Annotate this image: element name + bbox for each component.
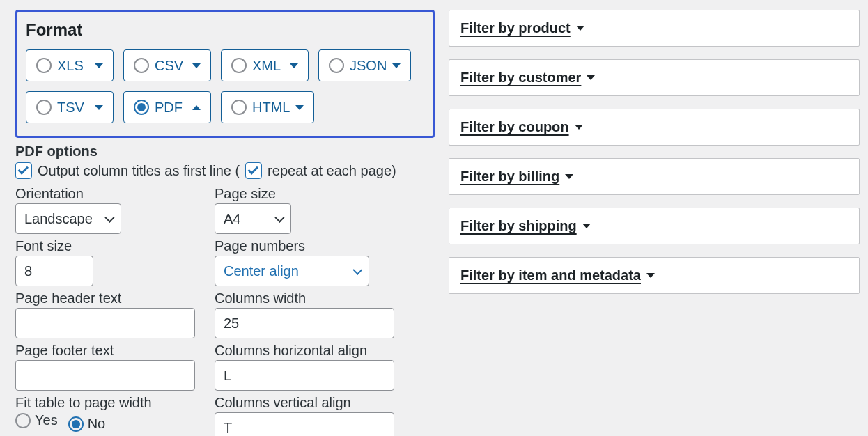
page-size-label: Page size	[215, 186, 432, 202]
filter-postbox-product: Filter by product	[449, 10, 860, 47]
caret-down-icon	[575, 125, 583, 130]
page-footer-input[interactable]	[15, 360, 195, 391]
format-panel: Format XLS CSV XML JSON	[15, 10, 435, 138]
filter-postbox-coupon: Filter by coupon	[449, 109, 860, 146]
caret-down-icon	[392, 63, 401, 68]
font-size-input[interactable]: 8	[15, 256, 93, 286]
format-option-label: TSV	[57, 100, 89, 116]
page-footer-label: Page footer text	[15, 343, 210, 359]
columns-halign-input[interactable]: L	[215, 360, 394, 391]
format-option-label: PDF	[155, 100, 187, 116]
page-numbers-label: Page numbers	[215, 238, 432, 254]
filter-postbox-customer: Filter by customer	[449, 59, 860, 96]
format-option-xml[interactable]: XML	[221, 49, 309, 81]
format-option-json[interactable]: JSON	[318, 49, 411, 81]
caret-down-icon	[646, 273, 655, 278]
format-option-tsv[interactable]: TSV	[26, 91, 114, 123]
filter-title: Filter by item and metadata	[460, 267, 641, 283]
chevron-down-icon	[352, 265, 362, 275]
chevron-down-icon	[274, 213, 284, 223]
columns-halign-label: Columns horizontal align	[215, 343, 432, 359]
caret-down-icon	[582, 224, 591, 228]
pdf-options-heading: PDF options	[15, 143, 432, 159]
output-titles-label: Output column titles as first line (	[38, 163, 240, 179]
format-option-pdf[interactable]: PDF	[123, 91, 211, 123]
radio-icon	[231, 100, 247, 115]
format-option-xls[interactable]: XLS	[26, 49, 114, 81]
radio-icon	[329, 58, 344, 73]
filter-toggle-itemmeta[interactable]: Filter by item and metadata	[449, 258, 859, 293]
filter-toggle-billing[interactable]: Filter by billing	[449, 159, 859, 194]
format-option-label: XML	[252, 58, 284, 74]
fit-table-yes-label: Yes	[35, 412, 58, 428]
filter-title: Filter by billing	[460, 169, 559, 185]
filter-title: Filter by shipping	[460, 218, 577, 234]
page-numbers-value: Center align	[224, 263, 346, 279]
page-numbers-select[interactable]: Center align	[215, 256, 369, 286]
format-option-label: HTML	[252, 100, 290, 116]
caret-down-icon	[290, 63, 298, 68]
fit-table-no-label: No	[88, 416, 106, 432]
filter-postbox-itemmeta: Filter by item and metadata	[449, 257, 860, 294]
page-size-select[interactable]: A4	[215, 203, 291, 234]
orientation-value: Landscape	[24, 211, 98, 227]
format-option-csv[interactable]: CSV	[123, 49, 211, 81]
radio-icon	[36, 58, 52, 73]
format-heading: Format	[26, 20, 424, 40]
fit-table-no-radio[interactable]	[68, 416, 84, 432]
filter-toggle-product[interactable]: Filter by product	[449, 10, 859, 46]
filter-title: Filter by product	[460, 20, 571, 36]
repeat-checkbox[interactable]	[245, 162, 262, 179]
orientation-label: Orientation	[15, 186, 210, 202]
font-size-label: Font size	[15, 238, 210, 254]
output-titles-checkbox[interactable]	[15, 162, 32, 179]
columns-width-label: Columns width	[215, 290, 432, 306]
columns-valign-input[interactable]: T	[215, 412, 394, 436]
columns-valign-label: Columns vertical align	[215, 395, 432, 411]
format-option-label: CSV	[155, 58, 187, 74]
caret-down-icon	[565, 174, 573, 179]
page-header-label: Page header text	[15, 290, 210, 306]
chevron-down-icon	[104, 213, 114, 223]
filter-title: Filter by customer	[460, 70, 581, 86]
page-size-value: A4	[224, 211, 268, 227]
format-option-label: JSON	[350, 58, 387, 74]
caret-down-icon	[576, 26, 584, 31]
page-header-input[interactable]	[15, 308, 195, 338]
radio-icon	[36, 100, 52, 115]
filter-toggle-coupon[interactable]: Filter by coupon	[449, 109, 859, 145]
radio-icon	[134, 58, 149, 73]
filter-postbox-billing: Filter by billing	[449, 158, 860, 195]
filter-postbox-shipping: Filter by shipping	[449, 208, 860, 244]
radio-icon	[231, 58, 247, 73]
repeat-label: repeat at each page)	[268, 163, 396, 179]
format-option-html[interactable]: HTML	[221, 91, 314, 123]
pdf-options-section: PDF options Output column titles as firs…	[15, 143, 435, 436]
filter-title: Filter by coupon	[460, 119, 569, 135]
caret-down-icon	[587, 75, 595, 80]
caret-down-icon	[95, 63, 103, 68]
caret-down-icon	[192, 63, 201, 68]
caret-down-icon	[95, 105, 103, 110]
caret-down-icon	[295, 105, 304, 110]
fit-table-yes-radio[interactable]	[15, 413, 31, 428]
filter-toggle-shipping[interactable]: Filter by shipping	[449, 208, 859, 244]
orientation-select[interactable]: Landscape	[15, 203, 121, 234]
fit-table-label: Fit table to page width	[15, 395, 210, 411]
caret-up-icon	[192, 105, 201, 110]
format-option-label: XLS	[57, 58, 89, 74]
radio-icon	[134, 100, 149, 115]
filter-toggle-customer[interactable]: Filter by customer	[449, 60, 859, 95]
columns-width-input[interactable]: 25	[215, 308, 394, 338]
